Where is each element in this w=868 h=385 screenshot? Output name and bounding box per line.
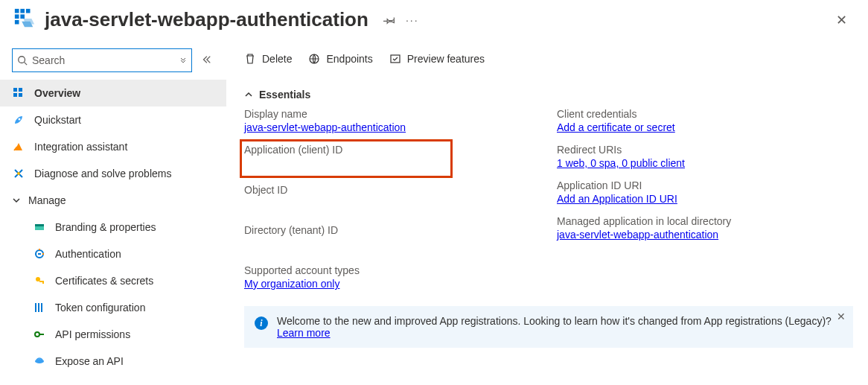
svg-rect-15 <box>35 224 44 226</box>
sidebar-item-label: Branding & properties <box>55 221 156 233</box>
close-icon[interactable]: ✕ <box>829 9 855 31</box>
preview-button[interactable]: Preview features <box>389 53 485 65</box>
sidebar-item-certificates[interactable]: Certificates & secrets <box>0 267 226 294</box>
display-name-label: Display name <box>244 108 557 120</box>
sidebar-item-token[interactable]: Token configuration <box>0 294 226 321</box>
app-id-uri-value[interactable]: Add an Application ID URI <box>557 193 677 205</box>
sidebar-item-api-permissions[interactable]: API permissions <box>0 321 226 348</box>
page-title: java-servlet-webapp-authentication <box>45 8 368 31</box>
app-icon <box>13 7 36 32</box>
sidebar-item-label: Quickstart <box>34 114 81 126</box>
sidebar-item-integration[interactable]: Integration assistant <box>0 133 226 160</box>
sidebar-item-label: Overview <box>34 87 80 99</box>
account-types-value[interactable]: My organization only <box>244 278 339 290</box>
pin-icon[interactable] <box>383 14 395 26</box>
info-banner: i Welcome to the new and improved App re… <box>244 306 853 348</box>
learn-more-link[interactable]: Learn more <box>277 327 331 339</box>
collapse-sidebar-icon[interactable] <box>198 51 214 70</box>
expose-api-icon <box>33 355 46 367</box>
svg-rect-1 <box>20 9 25 13</box>
integration-icon <box>12 141 25 153</box>
banner-text: Welcome to the new and improved App regi… <box>277 315 843 339</box>
sidebar-item-overview[interactable]: Overview <box>0 80 226 106</box>
app-id-uri-label: Application ID URI <box>557 179 853 191</box>
object-id-label: Object ID <box>244 184 557 196</box>
sidebar: Overview Quickstart Integration assistan… <box>0 42 226 385</box>
svg-rect-11 <box>19 93 22 97</box>
svg-rect-21 <box>38 303 39 312</box>
svg-rect-8 <box>13 88 17 92</box>
info-icon: i <box>255 316 268 330</box>
diagnose-icon <box>12 168 25 179</box>
sidebar-item-label: Diagnose and solve problems <box>34 168 171 179</box>
redirect-label: Redirect URIs <box>557 144 853 156</box>
display-name-value[interactable]: java-servlet-webapp-authentication <box>244 121 406 133</box>
svg-point-12 <box>19 118 21 121</box>
search-input-wrapper[interactable] <box>12 48 192 72</box>
sidebar-item-authentication[interactable]: Authentication <box>0 241 226 267</box>
toolbar-label: Endpoints <box>326 53 372 65</box>
content-pane: Delete Endpoints Preview features Essent… <box>226 42 868 385</box>
svg-point-6 <box>19 57 25 63</box>
sidebar-item-label: Authentication <box>55 248 121 260</box>
svg-rect-27 <box>391 55 400 63</box>
tenant-id-label: Directory (tenant) ID <box>244 224 557 236</box>
svg-rect-9 <box>19 88 22 92</box>
trash-icon <box>244 53 256 65</box>
sidebar-item-diagnose[interactable]: Diagnose and solve problems <box>0 160 226 187</box>
client-creds-value[interactable]: Add a certificate or secret <box>557 121 675 133</box>
quickstart-icon <box>12 114 25 126</box>
preview-icon <box>389 53 401 65</box>
sidebar-item-label: Token configuration <box>55 302 145 314</box>
essentials-toggle[interactable]: Essentials <box>244 89 853 101</box>
svg-rect-0 <box>15 9 19 13</box>
api-permissions-icon <box>33 328 46 340</box>
sidebar-item-label: Integration assistant <box>34 141 127 153</box>
sidebar-item-label: Expose an API <box>55 355 124 367</box>
sidebar-section-manage[interactable]: Manage <box>0 187 226 214</box>
more-icon[interactable]: ··· <box>406 14 419 26</box>
svg-point-25 <box>35 359 44 363</box>
sidebar-item-label: Certificates & secrets <box>55 275 153 287</box>
svg-rect-10 <box>13 93 17 97</box>
sidebar-item-label: API permissions <box>55 328 130 340</box>
sidebar-item-branding[interactable]: Branding & properties <box>0 214 226 241</box>
authentication-icon <box>33 248 46 260</box>
svg-rect-5 <box>15 20 19 25</box>
svg-rect-22 <box>41 303 42 312</box>
chevron-up-icon <box>244 90 253 99</box>
client-creds-label: Client credentials <box>557 108 853 120</box>
essentials-heading: Essentials <box>259 89 310 101</box>
search-dropdown-icon[interactable] <box>179 57 187 64</box>
svg-line-7 <box>25 63 28 66</box>
account-types-label: Supported account types <box>244 264 557 276</box>
toolbar-label: Preview features <box>407 53 485 65</box>
managed-app-label: Managed application in local directory <box>557 215 853 227</box>
endpoints-button[interactable]: Endpoints <box>308 53 372 65</box>
search-input[interactable] <box>32 54 175 66</box>
delete-button[interactable]: Delete <box>244 53 292 65</box>
svg-rect-19 <box>42 281 44 284</box>
svg-rect-24 <box>39 334 44 335</box>
redirect-value[interactable]: 1 web, 0 spa, 0 public client <box>557 157 685 169</box>
certificates-icon <box>33 275 46 287</box>
banner-close-icon[interactable]: ✕ <box>837 311 846 322</box>
token-icon <box>33 302 46 314</box>
globe-icon <box>308 53 320 65</box>
sidebar-section-label: Manage <box>28 194 66 206</box>
svg-rect-20 <box>35 303 36 312</box>
svg-rect-3 <box>15 14 19 19</box>
sidebar-item-expose-api[interactable]: Expose an API <box>0 348 226 375</box>
toolbar: Delete Endpoints Preview features <box>244 42 853 72</box>
chevron-down-icon <box>12 196 21 205</box>
sidebar-item-quickstart[interactable]: Quickstart <box>0 106 226 133</box>
managed-app-value[interactable]: java-servlet-webapp-authentication <box>557 229 718 241</box>
client-id-label: Application (client) ID <box>244 144 557 156</box>
overview-icon <box>12 87 25 99</box>
search-icon <box>17 55 28 66</box>
svg-point-13 <box>17 172 20 175</box>
svg-rect-2 <box>26 9 31 13</box>
branding-icon <box>33 221 46 233</box>
toolbar-label: Delete <box>262 53 292 65</box>
